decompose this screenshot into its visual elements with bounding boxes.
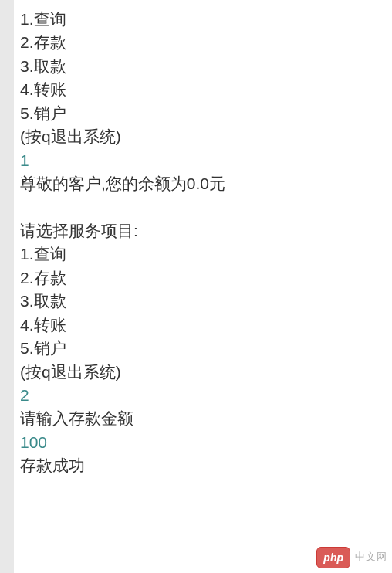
user-input: 1	[20, 149, 386, 172]
menu-hint: (按q退出系统)	[20, 125, 386, 148]
watermark-text: 中文网	[355, 550, 387, 565]
menu-item: 1.查询	[20, 242, 386, 266]
menu-hint: (按q退出系统)	[20, 361, 386, 384]
menu-item: 4.转账	[20, 78, 386, 101]
deposit-prompt: 请输入存款金额	[20, 407, 386, 430]
menu-item: 5.销户	[20, 337, 386, 360]
watermark: php 中文网	[316, 547, 387, 568]
menu-item: 3.取款	[20, 290, 386, 313]
console-output: 1.查询 2.存款 3.取款 4.转账 5.销户 (按q退出系统) 1 尊敬的客…	[14, 0, 392, 573]
deposit-result: 存款成功	[20, 454, 386, 477]
menu-item: 3.取款	[20, 55, 386, 78]
service-prompt: 请选择服务项目:	[20, 219, 386, 242]
menu-item: 4.转账	[20, 314, 386, 337]
menu-item: 2.存款	[20, 266, 386, 290]
blank-line	[20, 196, 386, 219]
php-badge-icon: php	[316, 547, 350, 568]
user-input: 2	[20, 384, 386, 407]
menu-item: 2.存款	[20, 31, 386, 54]
menu-item: 5.销户	[20, 102, 386, 125]
user-input: 100	[20, 431, 386, 454]
menu-item: 1.查询	[20, 8, 386, 31]
balance-response: 尊敬的客户,您的余额为0.0元	[20, 172, 386, 195]
editor-gutter	[0, 0, 14, 573]
